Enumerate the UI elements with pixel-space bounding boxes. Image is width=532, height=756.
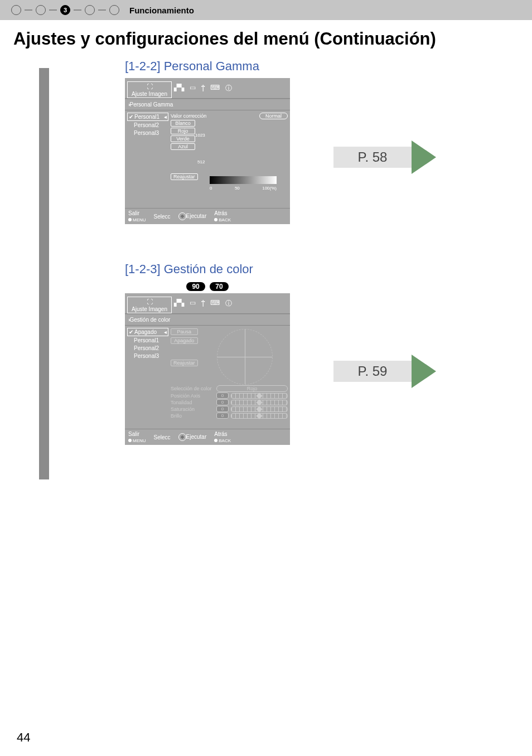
opt-personal1: Personal1 (134, 114, 159, 120)
section-label: Funcionamiento (129, 6, 194, 15)
display-icon: ▭ (190, 84, 196, 98)
opt-personal3: Personal3 (134, 353, 159, 359)
gamma-graph: 1023 512 0 50 100(%) (210, 135, 277, 191)
slider-tonal (231, 400, 288, 405)
tab-icons: ▞▚ ▭ ϯ ⌨ ⓘ (172, 293, 234, 313)
step-3-active: 3 (60, 5, 70, 15)
btn-apagado: Apagado (171, 337, 198, 344)
foot-ejecutar: Ejecutar (186, 213, 207, 219)
step-4 (85, 5, 95, 15)
foot-menu: MENU (133, 438, 146, 443)
label-tonalidad: Tonalidad (171, 400, 214, 405)
foot-selecc: Selecc (154, 434, 171, 440)
enter-icon (178, 433, 186, 441)
tab-ajuste-imagen-2: ⛶ Ajuste Imagen (127, 297, 172, 313)
opt-personal1: Personal1 (134, 337, 159, 343)
opt-personal2: Personal2 (134, 122, 159, 128)
display-icon: ▭ (190, 299, 196, 313)
foot-back: BACK (219, 217, 231, 222)
tab-ajuste-imagen: ⛶ Ajuste Imagen (127, 81, 172, 98)
badge-90: 90 (186, 282, 205, 291)
val-tonal: 0 (216, 399, 229, 405)
btn-verde: Verde (171, 135, 195, 142)
footer-bar: SalirMENU Selecc Ejecutar AtrásBACK (125, 208, 290, 224)
foot-atras: Atrás (214, 431, 227, 437)
install-icon: ϯ (201, 299, 205, 313)
value-normal: Normal (259, 113, 288, 119)
panel2-title: [1-2-3] Gestión de color (125, 262, 532, 277)
tab-label: Ajuste Imagen (132, 91, 167, 97)
menu-screenshot-color: ⛶ Ajuste Imagen ▞▚ ▭ ϯ ⌨ ⓘ ›› Gestión de… (125, 293, 290, 445)
value-rojo: Rojo (216, 385, 288, 392)
top-bar: 3 Funcionamiento (0, 0, 532, 20)
xlabel-100: 100(%) (262, 186, 277, 191)
arrow-icon (412, 140, 436, 174)
val-bri: 0 (216, 413, 229, 419)
tab-label: Ajuste Imagen (132, 306, 167, 312)
xlabel-0: 0 (210, 186, 212, 191)
image-icon: ⛶ (128, 83, 171, 91)
label-axis: Posición Axis (171, 393, 214, 399)
color-wheel (217, 329, 273, 385)
xlabel-50: 50 (235, 186, 240, 191)
step-5 (109, 5, 119, 15)
badge-70: 70 (210, 282, 228, 291)
ylabel-mid: 512 (197, 159, 205, 164)
btn-reajustar: Reajustar (171, 173, 198, 180)
menu-screenshot-gamma: ⛶ Ajuste Imagen ▞▚ ▭ ϯ ⌨ ⓘ ›› Personal G… (125, 78, 290, 224)
foot-salir: Salir (128, 431, 139, 437)
page-ref-1: P. 58 (333, 147, 412, 168)
btn-blanco: Blanco (171, 120, 195, 127)
step-2 (36, 5, 46, 15)
slider-axis (231, 393, 288, 399)
opt-apagado: Apagado (134, 329, 157, 335)
function-icon: ⌨ (210, 299, 220, 313)
function-icon: ⌨ (210, 84, 220, 98)
page-title: Ajustes y configuraciones del menú (Cont… (0, 20, 532, 54)
enter-icon (178, 212, 186, 220)
page-ref-2: P. 59 (333, 361, 412, 382)
arrow-icon (412, 355, 436, 388)
install-icon: ϯ (201, 84, 205, 98)
info-icon: ⓘ (225, 84, 232, 98)
foot-ejecutar: Ejecutar (186, 434, 207, 440)
page-ref-arrow-1: P. 58 (333, 140, 436, 174)
label-seleccion-color: Selección de color (171, 386, 214, 391)
label-correction: Valor corrección (171, 113, 206, 119)
val-axis: 0 (216, 392, 229, 399)
opt-personal3: Personal3 (134, 130, 159, 136)
tab-icons: ▞▚ ▭ ϯ ⌨ ⓘ (172, 78, 234, 98)
check-icon: ✔ (129, 114, 134, 120)
val-sat: 0 (216, 406, 229, 412)
slider-sat (231, 406, 288, 412)
label-brillo: Brillo (171, 413, 214, 419)
slider-bri (231, 413, 288, 419)
foot-salir: Salir (128, 210, 139, 216)
breadcrumb: Gestión de color (130, 317, 171, 323)
info-icon: ⓘ (225, 299, 232, 313)
footer-bar: SalirMENU Selecc Ejecutar AtrásBACK (125, 429, 290, 445)
check-icon: ✔ (129, 329, 134, 335)
btn-azul: Azul (171, 143, 195, 150)
foot-atras: Atrás (214, 210, 227, 216)
setup-icon: ▞▚ (174, 299, 184, 313)
foot-selecc: Selecc (154, 214, 171, 220)
ylabel-max: 1023 (195, 133, 205, 138)
page-number: 44 (17, 730, 30, 745)
breadcrumb: Personal Gamma (130, 101, 173, 108)
label-saturacion: Saturación (171, 406, 214, 412)
btn-pausa: Pausa (171, 328, 198, 335)
opt-personal2: Personal2 (134, 345, 159, 351)
side-accent-bar (39, 68, 49, 479)
foot-back: BACK (219, 438, 231, 443)
setup-icon: ▞▚ (174, 84, 184, 98)
btn-rojo: Rojo (171, 128, 195, 134)
image-icon: ⛶ (128, 298, 171, 306)
foot-menu: MENU (133, 217, 146, 222)
page-ref-arrow-2: P. 59 (333, 355, 436, 388)
panel1-title: [1-2-2] Personal Gamma (125, 59, 532, 74)
btn-reajustar: Reajustar (171, 360, 198, 366)
step-1 (11, 5, 21, 15)
step-nav: 3 (11, 5, 119, 15)
